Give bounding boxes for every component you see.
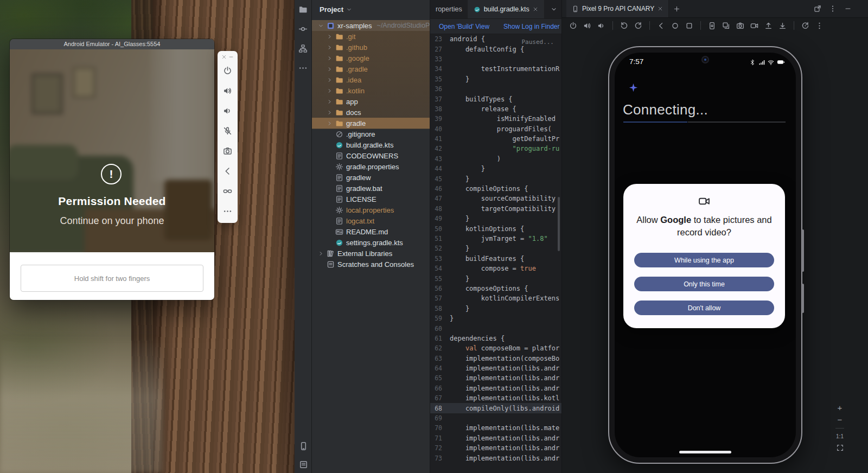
- home-icon[interactable]: [671, 21, 680, 30]
- dialog-button-while-using-the-app[interactable]: While using the app: [634, 253, 774, 267]
- tree-item-git[interactable]: .git: [312, 31, 430, 42]
- tree-item-license[interactable]: LICENSE: [312, 194, 430, 204]
- tree-item-codeowners[interactable]: CODEOWNERS: [312, 150, 430, 161]
- code-line-62[interactable]: 62 val composeBom = platfor: [430, 343, 561, 353]
- code-line-66[interactable]: 66 implementation(libs.andr: [430, 383, 561, 393]
- code-line-64[interactable]: 64 implementation(libs.andr: [430, 363, 561, 373]
- code-line-35[interactable]: 35 }: [430, 74, 561, 84]
- code-line-38[interactable]: 38 release {: [430, 104, 561, 114]
- tree-item-settings-gradle-kts[interactable]: settings.gradle.kts: [312, 237, 430, 248]
- tabs-dropdown-icon[interactable]: [551, 0, 557, 18]
- zoom-out-button[interactable]: −: [838, 416, 843, 423]
- zoom-in-button[interactable]: +: [838, 404, 843, 411]
- volume-down-icon[interactable]: [218, 101, 238, 121]
- structure-icon[interactable]: [297, 42, 309, 54]
- chevron-right-icon[interactable]: [326, 44, 333, 50]
- code-line-39[interactable]: 39 isMinifyEnabled: [430, 114, 561, 124]
- folder-icon[interactable]: [297, 3, 309, 15]
- overview-icon[interactable]: [685, 21, 694, 30]
- dialog-button-only-this-time[interactable]: Only this time: [634, 277, 774, 291]
- tab-build-gradle-kts[interactable]: build.gradle.kts: [468, 0, 544, 18]
- terminal-icon[interactable]: [297, 458, 309, 470]
- code-line-59[interactable]: 59}: [430, 314, 561, 323]
- tree-item-local-properties[interactable]: local.properties: [312, 204, 430, 215]
- fit-screen-icon[interactable]: [837, 444, 844, 451]
- code-line-54[interactable]: 54 compose = true: [430, 264, 561, 273]
- device-manager-icon[interactable]: [297, 440, 309, 452]
- notification-link-open-build-view[interactable]: Open 'Build' View: [439, 23, 489, 30]
- code-line-45[interactable]: 45 }: [430, 174, 561, 183]
- code-line-52[interactable]: 52 }: [430, 244, 561, 253]
- code-line-57[interactable]: 57 kotlinCompilerExtens: [430, 293, 561, 303]
- code-line-46[interactable]: 46 compileOptions {: [430, 184, 561, 194]
- code-line-71[interactable]: 71 implementation(libs.andr: [430, 433, 561, 443]
- dialog-button-don-t-allow[interactable]: Don't allow: [634, 301, 774, 315]
- code-line-70[interactable]: 70 implementation(libs.mate: [430, 423, 561, 433]
- chevron-right-icon[interactable]: [326, 55, 333, 61]
- code-line-73[interactable]: 73 implementation(libs.andr: [430, 453, 561, 463]
- chevron-right-icon[interactable]: [326, 88, 333, 94]
- code-line-53[interactable]: 53 buildFeatures {: [430, 254, 561, 264]
- chevron-right-icon[interactable]: [326, 99, 333, 105]
- code-line-49[interactable]: 49 }: [430, 214, 561, 223]
- chevron-down-icon[interactable]: [346, 7, 352, 12]
- tree-item-github[interactable]: .github: [312, 42, 430, 53]
- emulator-titlebar[interactable]: Android Emulator - AI_Glasses:5554: [10, 39, 214, 49]
- volume-up-icon[interactable]: [218, 81, 238, 101]
- more-h-icon[interactable]: [218, 201, 238, 221]
- code-line-61[interactable]: 61dependencies {: [430, 334, 561, 343]
- code-line-60[interactable]: 60: [430, 323, 561, 333]
- new-tab-icon[interactable]: [669, 0, 684, 17]
- power-icon[interactable]: [569, 21, 578, 30]
- code-line-63[interactable]: 63 implementation(composeBo: [430, 354, 561, 363]
- chevron-right-icon[interactable]: [326, 66, 333, 72]
- chevron-right-icon[interactable]: [317, 251, 324, 257]
- tab-gradle-properties[interactable]: roperties: [430, 0, 468, 18]
- upload-icon[interactable]: [764, 21, 773, 30]
- videocam-icon[interactable]: [750, 21, 759, 30]
- code-line-27[interactable]: 27 defaultConfig {: [430, 44, 561, 54]
- code-line-36[interactable]: 36: [430, 84, 561, 94]
- tree-item-scratches-and-consoles[interactable]: Scratches and Consoles: [312, 259, 430, 270]
- tree-item-gradlew[interactable]: gradlew: [312, 172, 430, 183]
- close-tab-icon[interactable]: [658, 6, 663, 11]
- emulator-screen[interactable]: ! Permission Needed Continue on your pho…: [10, 49, 214, 252]
- code-line-50[interactable]: 50 kotlinOptions {: [430, 223, 561, 233]
- code-line-51[interactable]: 51 jvmTarget = "1.8": [430, 234, 561, 244]
- code-line-33[interactable]: 33: [430, 54, 561, 64]
- chevron-down-icon[interactable]: [317, 23, 324, 29]
- camera-icon[interactable]: [736, 21, 745, 30]
- rotate-cw-icon[interactable]: [634, 21, 643, 30]
- more-v-icon[interactable]: [815, 21, 824, 30]
- more-v-icon[interactable]: [829, 5, 837, 12]
- glasses-icon[interactable]: [218, 181, 238, 201]
- tree-item-app[interactable]: app: [312, 96, 430, 107]
- minus-icon[interactable]: [228, 54, 234, 60]
- code-line-41[interactable]: 41 getDefaultPr: [430, 134, 561, 144]
- volume-up-icon[interactable]: [583, 21, 592, 30]
- tree-item-gradle-properties[interactable]: gradle.properties: [312, 161, 430, 172]
- tree-item-google[interactable]: .google: [312, 53, 430, 63]
- project-panel-title[interactable]: Project: [320, 5, 343, 14]
- tree-item-gradle[interactable]: .gradle: [312, 63, 430, 74]
- chevron-right-icon[interactable]: [326, 77, 333, 83]
- power-icon[interactable]: [218, 61, 238, 81]
- rotate-ccw-icon[interactable]: [620, 21, 629, 30]
- chevron-right-icon[interactable]: [326, 120, 333, 126]
- tree-item-logcat-txt[interactable]: logcat.txt: [312, 215, 430, 226]
- code-line-58[interactable]: 58 }: [430, 304, 561, 314]
- tab-pixel-9-pro[interactable]: Pixel 9 Pro API CANARY: [566, 0, 669, 17]
- chevron-right-icon[interactable]: [326, 110, 333, 116]
- tree-item-docs[interactable]: docs: [312, 107, 430, 118]
- camera-icon[interactable]: [218, 141, 238, 161]
- close-tab-icon[interactable]: [533, 7, 538, 12]
- tree-item-external-libraries[interactable]: External Libraries: [312, 248, 430, 259]
- code-line-56[interactable]: 56 composeOptions {: [430, 284, 561, 293]
- volume-down-icon[interactable]: [597, 21, 606, 30]
- commit-icon[interactable]: [297, 23, 309, 35]
- tree-item-idea[interactable]: .idea: [312, 74, 430, 85]
- code-line-65[interactable]: 65 implementation(libs.andr: [430, 373, 561, 383]
- tree-item-readme-md[interactable]: README.md: [312, 226, 430, 237]
- code-line-68[interactable]: 68 compileOnly(libs.android: [430, 403, 561, 413]
- code-line-69[interactable]: 69: [430, 413, 561, 423]
